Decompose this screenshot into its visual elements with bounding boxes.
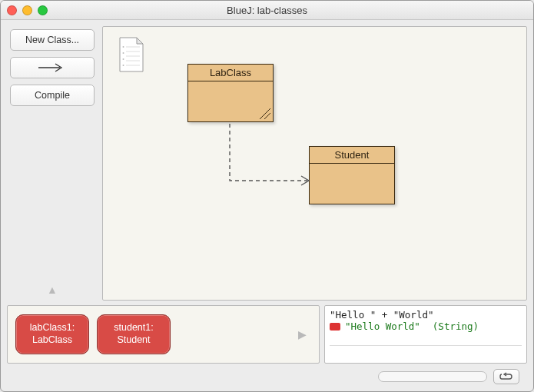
zoom-icon[interactable] <box>38 5 48 15</box>
compile-button[interactable]: Compile <box>10 85 95 106</box>
codepad-result: "Hello World" <box>345 321 420 332</box>
close-icon[interactable] <box>7 5 17 15</box>
codepad-expression: "Hello " + "World" <box>330 309 522 321</box>
object-name: labClass1: <box>30 322 75 334</box>
readme-document-icon[interactable] <box>117 36 146 73</box>
svg-point-5 <box>123 58 124 60</box>
svg-point-6 <box>123 65 124 66</box>
object-instance-labclass1[interactable]: labClass1: LabClass <box>15 314 89 354</box>
class-body <box>310 164 394 204</box>
class-box-labclass[interactable]: LabClass <box>187 64 274 122</box>
object-instance-student1[interactable]: student1: Student <box>97 314 171 354</box>
object-bench[interactable]: labClass1: LabClass student1: Student ▶ <box>7 305 320 364</box>
codepad-input[interactable] <box>330 345 522 360</box>
run-button[interactable] <box>493 369 519 384</box>
svg-marker-2 <box>137 38 143 44</box>
class-body <box>188 81 273 121</box>
sidebar: New Class... Compile ▲ <box>7 26 98 301</box>
upper-area: New Class... Compile ▲ <box>7 26 527 301</box>
class-name: Student <box>310 147 394 164</box>
object-type: Student <box>117 334 150 347</box>
arrow-icon <box>37 62 68 73</box>
window-title: BlueJ: lab-classes <box>1 5 533 16</box>
class-diagram-canvas[interactable]: LabClass Student <box>102 26 527 301</box>
minimize-icon[interactable] <box>22 5 32 15</box>
class-box-student[interactable]: Student <box>309 146 395 204</box>
codepad-result-line: "Hello World" (String) <box>330 321 522 332</box>
window-controls <box>7 5 48 15</box>
window-body: New Class... Compile ▲ <box>1 20 533 391</box>
status-bar <box>7 368 527 385</box>
object-tag-icon[interactable] <box>330 323 340 331</box>
loop-arrow-icon <box>499 372 513 381</box>
progress-bar <box>378 371 487 382</box>
object-name: student1: <box>114 322 153 334</box>
svg-line-12 <box>260 108 270 119</box>
object-type: LabClass <box>32 334 72 347</box>
inheritance-arrow-button[interactable] <box>10 57 95 78</box>
code-pad[interactable]: "Hello " + "World" "Hello World" (String… <box>324 305 527 364</box>
new-class-button[interactable]: New Class... <box>10 29 95 51</box>
class-name: LabClass <box>188 65 273 81</box>
bluej-window: BlueJ: lab-classes New Class... Compile … <box>0 0 534 392</box>
codepad-result-type: (String) <box>433 321 479 332</box>
collapse-triangle-icon[interactable]: ▲ <box>47 284 58 296</box>
svg-point-4 <box>123 52 124 54</box>
expand-triangle-icon[interactable]: ▶ <box>298 328 311 341</box>
lower-area: labClass1: LabClass student1: Student ▶ … <box>7 305 527 364</box>
svg-point-3 <box>123 46 124 48</box>
titlebar[interactable]: BlueJ: lab-classes <box>1 1 533 20</box>
